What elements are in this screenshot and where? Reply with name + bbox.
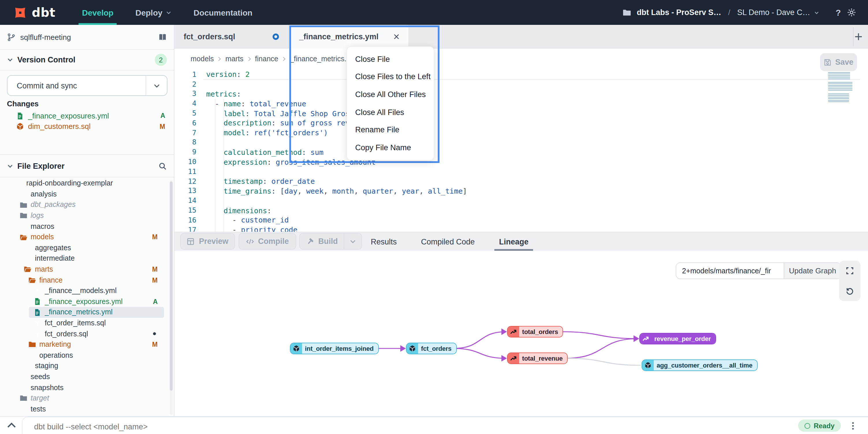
lineage-panel: int_order_items_joinedfct_orderstotal_or…	[175, 251, 868, 416]
tree-item-tests[interactable]: tests	[0, 404, 174, 414]
docs-book-icon[interactable]	[158, 33, 167, 41]
tree-item-label: marts	[35, 265, 53, 273]
cube-icon	[642, 360, 654, 370]
tree-item-aggregates[interactable]: aggregates	[0, 242, 174, 253]
line-number: 1	[185, 70, 196, 79]
nav-item-develop[interactable]: Develop	[82, 0, 114, 25]
file-explorer-header[interactable]: File Explorer	[0, 155, 174, 177]
breadcrumb-item[interactable]: models	[191, 55, 214, 63]
tree-item-analysis[interactable]: analysis	[0, 189, 174, 199]
chevron-right-icon	[281, 56, 287, 62]
breadcrumb-item[interactable]: finance	[255, 55, 278, 63]
close-icon[interactable]	[393, 33, 400, 40]
lineage-node-total_orders[interactable]: total_orders	[507, 326, 563, 338]
tree-item-label: analysis	[31, 190, 57, 198]
tree-item-_finance_exposures.yml[interactable]: _finance_exposures.ymlA	[0, 296, 174, 307]
tree-item-marts[interactable]: martsM	[0, 264, 174, 275]
tab-compiled-code[interactable]: Compiled Code	[421, 232, 475, 251]
tree-item-logs[interactable]: logs	[0, 210, 174, 221]
tree-item-_finance__models.yml[interactable]: _finance__models.yml	[0, 286, 174, 296]
file-tree-scrollbar	[170, 180, 173, 415]
change-item[interactable]: dim_customers.sqlM	[0, 121, 174, 132]
menu-item-rename-file[interactable]: Rename File	[347, 126, 434, 134]
nav-item-documentation[interactable]: Documentation	[193, 0, 252, 25]
tree-item-macros[interactable]: macros	[0, 221, 174, 232]
new-tab-plus-icon[interactable]	[854, 32, 863, 41]
tree-item-marketing[interactable]: marketingM	[0, 339, 174, 350]
build-options-chevron[interactable]	[344, 233, 362, 249]
preview-button[interactable]: Preview	[180, 233, 235, 250]
help-button[interactable]: ?	[836, 7, 841, 17]
lineage-node-int_order_items_joined[interactable]: int_order_items_joined	[290, 343, 379, 354]
line-number: 9	[185, 148, 196, 156]
account-name[interactable]: dbt Labs - ProServ S…	[637, 8, 721, 17]
tree-item-intermediate[interactable]: intermediate	[0, 253, 174, 264]
tree-item-dbt_packages[interactable]: dbt_packages	[0, 199, 174, 210]
tree-item-finance[interactable]: financeM	[0, 275, 174, 286]
commit-and-sync-button[interactable]: Commit and sync	[7, 75, 167, 96]
tree-item-fct_order_items.sql[interactable]: fct_order_items.sql	[0, 318, 174, 328]
tree-item-seeds[interactable]: seeds	[0, 371, 174, 382]
chevron-right-icon	[246, 56, 252, 62]
build-button[interactable]: Build	[299, 233, 362, 250]
menu-item-close-files-to-the-left[interactable]: Close Files to the Left	[347, 73, 434, 81]
changes-title: Changes	[7, 99, 39, 108]
nav-item-deploy[interactable]: Deploy	[135, 0, 172, 25]
fullscreen-icon[interactable]	[845, 266, 854, 275]
tree-item-staging[interactable]: staging	[0, 360, 174, 371]
code-line: 11	[175, 167, 868, 177]
git-branch-row[interactable]: sqlfluff-meeting	[0, 25, 174, 50]
code-line: 15 dimensions:	[175, 205, 868, 215]
lineage-node-agg_customer_orders__all_time[interactable]: agg_customer_orders__all_time	[642, 359, 758, 371]
change-item[interactable]: _finance_exposures.ymlA	[0, 110, 174, 121]
lineage-node-fct_orders[interactable]: fct_orders	[406, 343, 457, 354]
scrollbar-thumb[interactable]	[170, 181, 173, 390]
tab-lineage[interactable]: Lineage	[499, 232, 528, 251]
search-icon[interactable]	[158, 162, 167, 170]
tree-item-models[interactable]: modelsM	[0, 232, 174, 242]
commit-options-chevron[interactable]	[146, 76, 167, 95]
version-control-header[interactable]: Version Control 2	[0, 50, 174, 70]
command-input[interactable]	[33, 419, 700, 434]
tree-item-rapid-onboarding-exemplar[interactable]: rapid-onboarding-exemplar	[0, 178, 174, 189]
kebab-menu-icon[interactable]	[848, 421, 858, 431]
minimap[interactable]	[828, 72, 856, 104]
file-explorer-title: File Explorer	[17, 162, 154, 170]
trend-up-icon	[642, 335, 649, 342]
trend-up-icon	[510, 328, 517, 335]
editor-tab-bar: fct_orders.sql _finance_metrics.yml	[175, 25, 868, 49]
tree-item-snapshots[interactable]: snapshots	[0, 382, 174, 393]
project-selector[interactable]: SL Demo - Dave C…	[737, 8, 819, 17]
doc-icon	[33, 308, 41, 316]
expand-panel-chevron-up[interactable]	[5, 419, 18, 431]
code-text: version: 2	[206, 70, 250, 79]
line-number: 14	[185, 197, 196, 205]
breadcrumb-item[interactable]: marts	[225, 55, 244, 63]
menu-item-close-file[interactable]: Close File	[347, 55, 434, 64]
tree-item-fct_orders.sql[interactable]: fct_orders.sql	[0, 328, 174, 339]
tree-item-operations[interactable]: operations	[0, 350, 174, 360]
tab-finance-metrics[interactable]: _finance_metrics.yml	[289, 25, 408, 49]
change-file-name: dim_customers.sql	[28, 122, 156, 131]
tab-results[interactable]: Results	[371, 232, 397, 251]
reset-view-icon[interactable]	[845, 287, 854, 295]
node-label: agg_customer_orders__all_time	[654, 360, 757, 370]
tree-item-_finance_metrics.yml[interactable]: _finance_metrics.yml	[0, 307, 174, 318]
project-name: SL Demo - Dave C…	[737, 8, 810, 17]
tree-item-target[interactable]: target	[0, 393, 174, 404]
menu-item-close-all-other-files[interactable]: Close All Other Files	[347, 90, 434, 99]
update-graph-button[interactable]: Update Graph	[784, 263, 841, 279]
code-editor[interactable]: 1version: 223metrics:4 - name: total_rev…	[175, 69, 868, 232]
lineage-node-revenue_per_order[interactable]: revenue_per_order	[639, 333, 716, 344]
dbt-logo[interactable]: dbt	[13, 5, 56, 20]
settings-gear-icon[interactable]	[847, 7, 857, 17]
lineage-node-total_revenue[interactable]: total_revenue	[507, 352, 568, 364]
menu-item-close-all-files[interactable]: Close All Files	[347, 108, 434, 117]
menu-item-copy-file-name[interactable]: Copy File Name	[347, 143, 434, 152]
save-button[interactable]: Save	[820, 53, 857, 71]
compile-button[interactable]: Compile	[239, 233, 296, 250]
lineage-filter-input[interactable]	[676, 263, 784, 279]
code-line: 16 - customer_id	[175, 215, 868, 225]
tab-fct-orders[interactable]: fct_orders.sql	[175, 25, 289, 49]
node-label: revenue_per_order	[651, 334, 716, 344]
